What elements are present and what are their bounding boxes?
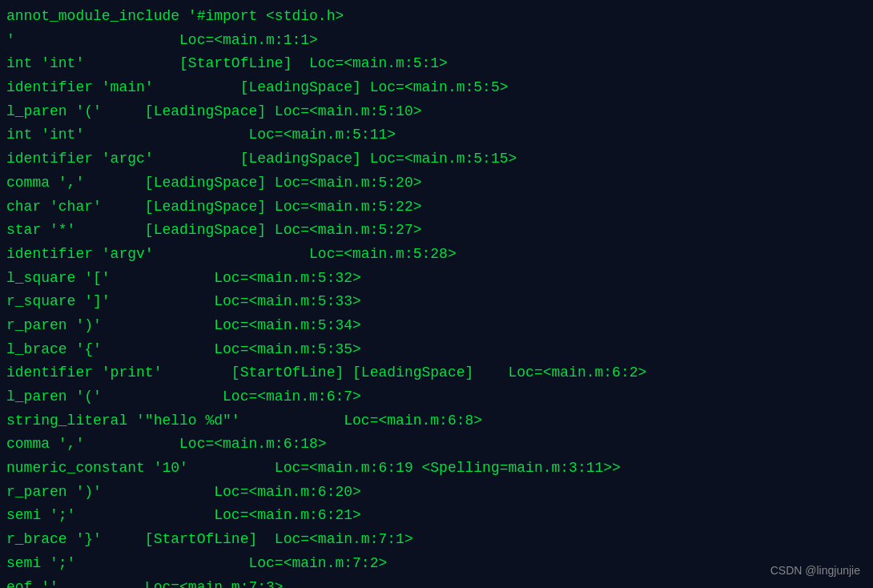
output-line: r_paren ')' Loc=<main.m:6:20>	[6, 481, 867, 505]
output-line: r_paren ')' Loc=<main.m:5:34>	[6, 314, 867, 338]
output-line: identifier 'print' [StartOfLine] [Leadin…	[6, 361, 867, 385]
output-line: r_square ']' Loc=<main.m:5:33>	[6, 290, 867, 314]
output-line: r_brace '}' [StartOfLine] Loc=<main.m:7:…	[6, 528, 867, 552]
output-line: char 'char' [LeadingSpace] Loc=<main.m:5…	[6, 195, 867, 219]
output-line: l_paren '(' [LeadingSpace] Loc=<main.m:5…	[6, 100, 867, 124]
output-line: comma ',' Loc=<main.m:6:18>	[6, 433, 867, 457]
watermark: CSDN @lingjunjie	[770, 562, 860, 580]
output-lines: annot_module_include '#import <stdio.h>'…	[6, 5, 867, 588]
output-line: identifier 'argc' [LeadingSpace] Loc=<ma…	[6, 147, 867, 171]
output-line: comma ',' [LeadingSpace] Loc=<main.m:5:2…	[6, 171, 867, 195]
output-line: eof '' Loc=<main.m:7:3>	[6, 576, 867, 589]
output-line: identifier 'argv' Loc=<main.m:5:28>	[6, 243, 867, 267]
output-line: l_brace '{' Loc=<main.m:5:35>	[6, 338, 867, 362]
output-line: l_square '[' Loc=<main.m:5:32>	[6, 267, 867, 291]
output-line: numeric_constant '10' Loc=<main.m:6:19 <…	[6, 457, 867, 481]
output-line: identifier 'main' [LeadingSpace] Loc=<ma…	[6, 76, 867, 100]
output-line: ' Loc=<main.m:1:1>	[6, 29, 867, 53]
output-line: semi ';' Loc=<main.m:6:21>	[6, 504, 867, 528]
output-line: int 'int' [StartOfLine] Loc=<main.m:5:1>	[6, 52, 867, 76]
terminal-window: annot_module_include '#import <stdio.h>'…	[0, 0, 873, 588]
output-line: star '*' [LeadingSpace] Loc=<main.m:5:27…	[6, 219, 867, 243]
output-line: l_paren '(' Loc=<main.m:6:7>	[6, 385, 867, 409]
output-line: semi ';' Loc=<main.m:7:2>	[6, 552, 867, 576]
output-line: annot_module_include '#import <stdio.h>	[6, 5, 867, 29]
output-line: string_literal '"hello %d"' Loc=<main.m:…	[6, 409, 867, 433]
output-line: int 'int' Loc=<main.m:5:11>	[6, 123, 867, 147]
